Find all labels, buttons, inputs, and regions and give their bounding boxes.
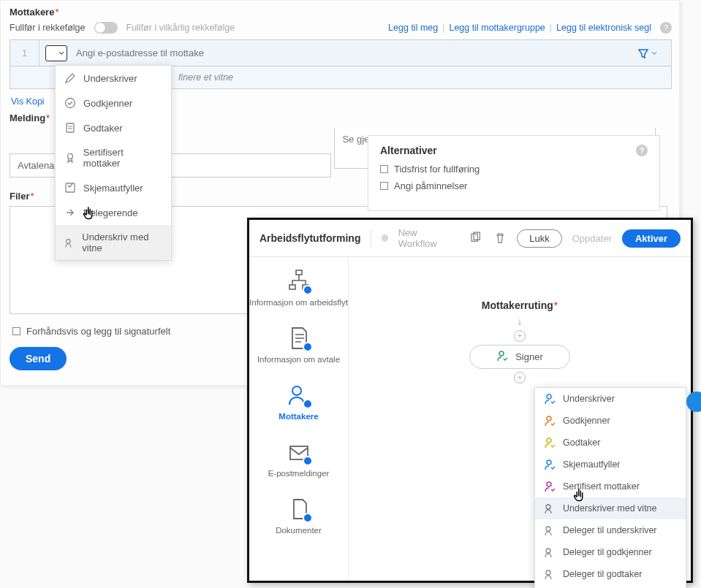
recipient-row: 1 [10,40,671,66]
sidebar-item-documents[interactable]: Dokumenter [249,497,348,535]
sidebar-item-recipients[interactable]: Mottakere [249,383,348,421]
update-button-disabled: Oppdater [572,233,612,244]
workflow-designer-panel: Arbeidsflytutforming New Workflow Lukk O… [247,218,693,583]
role-dropdown[interactable]: Underskriver Godkjenner Godtaker Sertifi… [55,65,172,261]
route-role-delegate-form-filler[interactable]: Deleger til skjemautfyller [535,585,686,588]
route-role-delegate-approver[interactable]: Deleger til godkjenner [535,541,686,563]
route-role-delegate-signer[interactable]: Deleger til underskriver [535,519,686,541]
routing-role-dropdown[interactable]: Underskriver Godkjenner Godtaker Skjemau… [534,387,686,588]
workflow-sidebar: Informasjon om arbeidsflyt Informasjon o… [249,257,349,581]
route-role-signer-with-witness[interactable]: Underskriver med vitne [535,497,686,519]
route-role-signer[interactable]: Underskriver [535,388,686,410]
route-role-delegate-acceptor[interactable]: Deleger til godtaker [535,563,686,585]
sidebar-item-agreement-info[interactable]: Informasjon om avtale [249,326,348,364]
role-option-form-filler[interactable]: Skjemautfyller [56,175,171,200]
option-deadline[interactable]: Tidsfrist for fullføring [380,164,648,175]
role-option-delegator[interactable]: Delegerende [56,200,171,225]
link-add-group[interactable]: Legg til mottakergruppe [449,23,545,33]
add-node-top[interactable]: + [514,330,526,342]
sidebar-item-workflow-info[interactable]: Informasjon om arbeidsflyt [249,269,348,307]
routing-title: Mottakerruting* [359,299,681,311]
route-role-acceptor[interactable]: Godtaker [535,432,686,454]
link-add-seal[interactable]: Legg til elektronisk segl [556,23,651,33]
role-select[interactable] [45,45,67,61]
options-panel: Alternativer ? Tidsfrist for fullføring … [368,135,660,211]
activate-button[interactable]: Aktiver [622,229,681,248]
floating-help-bubble[interactable] [686,392,701,412]
people-icon [287,383,311,408]
clone-icon[interactable] [469,230,482,246]
show-cc-link[interactable]: Vis Kopi [11,96,45,107]
recipient-email-input[interactable] [72,40,624,66]
mail-icon [287,440,311,465]
doc-icon [287,326,311,351]
role-option-acceptor[interactable]: Godtaker [56,115,171,140]
help-icon[interactable]: ? [660,22,672,34]
documents-icon [287,497,311,522]
order-row: Fullfør i rekkefølge Fullfør i vilkårlig… [10,22,672,34]
svg-point-11 [292,386,301,395]
order-hint: Fullfør i vilkårlig rekkefølge [126,23,235,33]
option-reminders[interactable]: Angi påminnelser [380,180,648,191]
witness-hint-text: finere et vitne [178,72,233,83]
route-role-form-filler[interactable]: Skjemautfyller [535,454,686,476]
role-option-certified[interactable]: Sertifisert mottaker [56,140,171,175]
workflow-header: Arbeidsflytutforming New Workflow Lukk O… [249,220,691,257]
close-button[interactable]: Lukk [517,229,561,248]
workflow-canvas: Mottakerruting* ↓ + Signer + Underskrive… [349,257,691,581]
route-role-certified[interactable]: Sertifisert mottaker [535,476,686,497]
arrow-down-icon: ↓ [518,316,523,327]
send-button[interactable]: Send [10,347,67,370]
sidebar-item-emails[interactable]: E-postmeldinger [249,440,348,478]
workflow-title: Arbeidsflytutforming [259,232,360,244]
workflow-status-dot [382,234,387,242]
options-help-icon[interactable]: ? [636,145,648,156]
workflow-name: New Workflow [398,227,450,249]
link-add-me[interactable]: Legg til meg [388,23,438,33]
signer-node[interactable]: Signer [469,345,570,369]
role-option-sign-with-witness[interactable]: Underskriv med vitne [56,225,171,260]
recipient-auth-icon[interactable] [624,47,671,59]
order-toggle[interactable] [94,22,118,34]
route-role-approver[interactable]: Godkjenner [535,410,686,432]
order-label: Fullfør i rekkefølge [10,23,86,33]
trash-icon[interactable] [493,230,507,246]
svg-rect-9 [289,285,295,289]
options-title: Alternativer [380,145,437,156]
add-node-bottom[interactable]: + [514,372,526,383]
svg-rect-8 [296,270,302,275]
recipients-label: Mottakere* [10,7,672,18]
role-option-signer[interactable]: Underskriver [56,66,171,91]
recipient-number: 1 [10,40,39,66]
flow-icon [287,269,311,294]
role-option-approver[interactable]: Godkjenner [56,91,171,115]
